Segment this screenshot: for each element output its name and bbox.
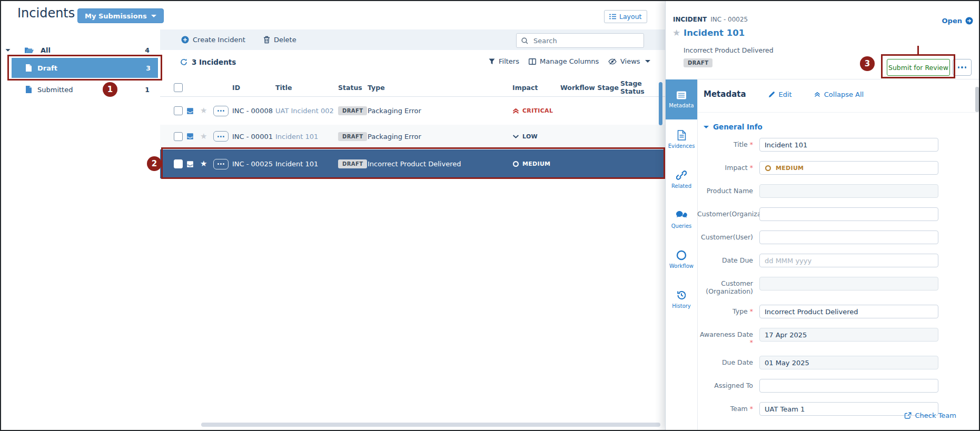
field-label: Type * xyxy=(697,305,753,318)
tab-metadata[interactable]: Metadata xyxy=(666,79,697,119)
type-input[interactable] xyxy=(759,305,938,318)
chevron-down-icon xyxy=(512,133,519,140)
edit-link[interactable]: Edit xyxy=(768,91,792,98)
incident-title: Incident 101 xyxy=(684,28,745,38)
checkbox[interactable] xyxy=(174,132,183,141)
general-info-section-header[interactable]: General Info xyxy=(704,123,763,131)
tree-expand-icon[interactable] xyxy=(6,49,11,52)
filters-button[interactable]: Filters xyxy=(489,57,519,65)
status-badge: DRAFT xyxy=(338,159,367,168)
metadata-form: Title *Impact *MEDIUMProduct NameCustome… xyxy=(697,138,950,425)
table-header: IDTitleStatusTypeImpactWorkflow StageSta… xyxy=(160,78,665,97)
tab-queries[interactable]: Queries xyxy=(666,199,697,239)
column-header-workflow-stage[interactable]: Workflow Stage xyxy=(560,84,620,92)
item-count: 1 xyxy=(145,86,150,94)
annotation-step-2: 2 xyxy=(147,156,162,171)
table-row[interactable]: ★INC - 00025Incident 101DRAFTIncorrect P… xyxy=(160,149,665,178)
document-icon xyxy=(25,85,32,94)
manage-columns-button[interactable]: Manage Columns xyxy=(529,57,599,65)
date-due-input[interactable] xyxy=(759,254,938,267)
refresh-icon[interactable] xyxy=(180,58,187,66)
customer-user-input[interactable] xyxy=(759,230,938,244)
window-scrollbar[interactable] xyxy=(975,87,979,112)
my-submissions-button[interactable]: My Submissions xyxy=(77,8,164,23)
product-name-input[interactable] xyxy=(759,184,938,198)
incident-detail-panel: INCIDENT INC - 00025 Open ★ Incident 101… xyxy=(665,0,980,431)
list-toolbar: Create Incident Delete xyxy=(160,29,665,50)
cell-impact: MEDIUM xyxy=(512,161,560,167)
tab-evidences[interactable]: Evidences xyxy=(666,119,697,159)
edit-label: Edit xyxy=(779,91,792,98)
open-link[interactable]: Open xyxy=(942,17,973,25)
column-header-impact[interactable]: Impact xyxy=(512,84,560,92)
tab-history[interactable]: History xyxy=(666,279,697,319)
field-row-customer-organization: Customer(Organization) xyxy=(697,207,950,221)
views-button[interactable]: Views xyxy=(608,57,650,65)
search-input[interactable] xyxy=(532,36,629,45)
section-collapse-icon xyxy=(704,126,709,128)
table-row[interactable]: ★INC - 00008UAT Incident 002DRAFTPackagi… xyxy=(160,97,665,125)
field-label: Customer(Organization) xyxy=(697,207,753,221)
assigned-to-input[interactable] xyxy=(759,379,938,393)
check-team-link[interactable]: Check Team xyxy=(697,412,956,419)
cell-type: Packaging Error xyxy=(368,133,512,141)
list-icon xyxy=(609,14,616,19)
create-incident-button[interactable]: Create Incident xyxy=(181,29,245,50)
field-control xyxy=(759,138,938,152)
select-all-checkbox[interactable] xyxy=(174,83,186,92)
tab-workflow[interactable]: Workflow xyxy=(666,239,697,279)
cell-title-link[interactable]: UAT Incident 002 xyxy=(275,107,338,115)
cell-impact: CRITICAL xyxy=(512,107,560,114)
favorite-star-icon[interactable]: ★ xyxy=(200,160,213,168)
field-control xyxy=(759,356,938,369)
inbox-icon[interactable] xyxy=(186,133,200,140)
row-actions-button[interactable] xyxy=(213,106,229,116)
delete-button[interactable]: Delete xyxy=(263,29,296,50)
submit-for-review-button[interactable]: Submit for Review xyxy=(887,59,950,76)
circle-icon xyxy=(512,161,519,167)
row-actions-button[interactable] xyxy=(213,159,229,169)
filters-label: Filters xyxy=(499,57,519,65)
cell-title-link[interactable]: Incident 101 xyxy=(275,160,338,168)
row-actions-button[interactable] xyxy=(213,131,229,142)
horizontal-scrollbar[interactable] xyxy=(201,423,660,427)
field-row-due-date: Due Date xyxy=(697,356,950,369)
row-checkbox[interactable] xyxy=(174,106,186,115)
sidebar-item-submitted[interactable]: Submitted 1 xyxy=(0,82,160,97)
collapse-all-link[interactable]: Collapse All xyxy=(814,91,864,98)
vertical-scrollbar[interactable] xyxy=(659,82,662,125)
customer-organization-input[interactable] xyxy=(759,207,938,221)
awareness-date-input[interactable] xyxy=(759,328,938,342)
due-date-input[interactable] xyxy=(759,356,938,369)
checkbox[interactable] xyxy=(174,159,183,168)
title-input[interactable] xyxy=(759,138,938,152)
column-header-title[interactable]: Title xyxy=(275,84,338,92)
table-row[interactable]: ★INC - 00001Incident 101DRAFTPackaging E… xyxy=(160,125,665,148)
tab-related[interactable]: Related xyxy=(666,159,697,199)
favorite-star-icon[interactable]: ★ xyxy=(200,133,213,141)
favorite-star-icon[interactable]: ★ xyxy=(200,107,213,115)
sidebar-item-draft[interactable]: Draft 3 xyxy=(12,58,158,78)
customer-organization-input[interactable] xyxy=(759,277,938,290)
sidebar-item-all[interactable]: All 4 xyxy=(0,43,160,57)
my-submissions-label: My Submissions xyxy=(85,12,147,20)
impact-value[interactable]: MEDIUM xyxy=(759,161,938,175)
column-header-id[interactable]: ID xyxy=(232,84,275,92)
inbox-icon[interactable] xyxy=(186,107,200,115)
column-header-status[interactable]: Status xyxy=(338,84,368,92)
field-row-title: Title * xyxy=(697,138,950,152)
field-row-awareness-date: Awareness Date * xyxy=(697,328,950,346)
document-icon xyxy=(25,64,32,72)
row-checkbox[interactable] xyxy=(174,132,186,141)
favorite-star-icon[interactable]: ★ xyxy=(672,28,680,37)
search-icon xyxy=(521,37,528,44)
manage-columns-label: Manage Columns xyxy=(540,57,599,65)
row-checkbox[interactable] xyxy=(174,159,186,168)
inbox-icon[interactable] xyxy=(186,161,200,168)
cell-title-link[interactable]: Incident 101 xyxy=(275,133,338,141)
column-header-type[interactable]: Type xyxy=(368,84,512,92)
checkbox[interactable] xyxy=(174,83,183,92)
more-actions-button[interactable] xyxy=(953,59,972,76)
checkbox[interactable] xyxy=(174,106,183,115)
layout-button[interactable]: Layout xyxy=(604,10,647,23)
